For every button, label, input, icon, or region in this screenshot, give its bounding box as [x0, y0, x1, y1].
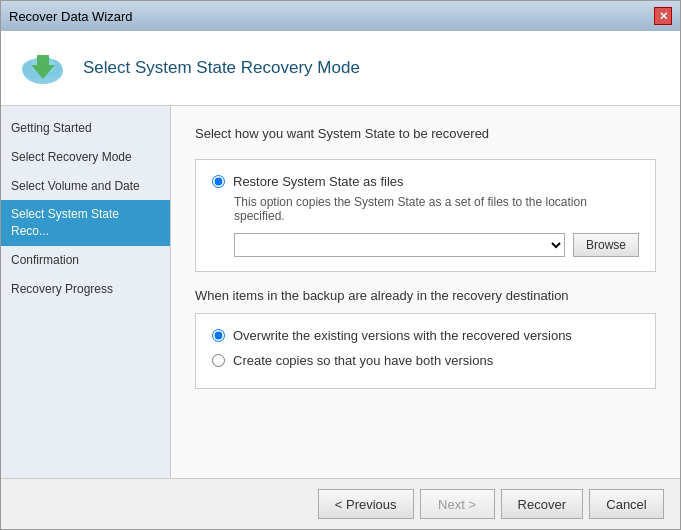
sidebar-item-select-system-state[interactable]: Select System State Reco... — [1, 200, 170, 246]
conflict-options-group: Overwrite the existing versions with the… — [195, 313, 656, 389]
title-bar: Recover Data Wizard ✕ — [1, 1, 680, 31]
page-title: Select System State Recovery Mode — [83, 58, 360, 78]
previous-button[interactable]: < Previous — [318, 489, 414, 519]
header-icon — [17, 45, 69, 91]
sidebar: Getting Started Select Recovery Mode Sel… — [1, 106, 171, 478]
cancel-button[interactable]: Cancel — [589, 489, 664, 519]
footer: < Previous Next > Recover Cancel — [1, 478, 680, 529]
close-button[interactable]: ✕ — [654, 7, 672, 25]
copy-radio-label[interactable]: Create copies so that you have both vers… — [212, 353, 639, 368]
overwrite-radio[interactable] — [212, 329, 225, 342]
restore-files-group: Restore System State as files This optio… — [195, 159, 656, 272]
overwrite-label: Overwrite the existing versions with the… — [233, 328, 572, 343]
recover-button[interactable]: Recover — [501, 489, 583, 519]
next-button[interactable]: Next > — [420, 489, 495, 519]
content-description: Select how you want System State to be r… — [195, 126, 656, 141]
browse-button[interactable]: Browse — [573, 233, 639, 257]
sidebar-item-getting-started[interactable]: Getting Started — [1, 114, 170, 143]
restore-files-label: Restore System State as files — [233, 174, 404, 189]
copy-label: Create copies so that you have both vers… — [233, 353, 493, 368]
sidebar-item-recovery-progress[interactable]: Recovery Progress — [1, 275, 170, 304]
main-window: Recover Data Wizard ✕ Select System Stat… — [0, 0, 681, 530]
copy-radio[interactable] — [212, 354, 225, 367]
restore-files-radio-label[interactable]: Restore System State as files — [212, 174, 639, 189]
sidebar-item-select-volume-date[interactable]: Select Volume and Date — [1, 172, 170, 201]
content-area: Select how you want System State to be r… — [171, 106, 680, 478]
window-title: Recover Data Wizard — [9, 9, 133, 24]
browse-row: Browse — [234, 233, 639, 257]
restore-files-radio[interactable] — [212, 175, 225, 188]
restore-files-description: This option copies the System State as a… — [234, 195, 639, 223]
main-content: Getting Started Select Recovery Mode Sel… — [1, 106, 680, 478]
header: Select System State Recovery Mode — [1, 31, 680, 106]
overwrite-radio-label[interactable]: Overwrite the existing versions with the… — [212, 328, 639, 343]
conflict-label: When items in the backup are already in … — [195, 288, 656, 303]
sidebar-item-confirmation[interactable]: Confirmation — [1, 246, 170, 275]
sidebar-item-select-recovery-mode[interactable]: Select Recovery Mode — [1, 143, 170, 172]
path-select[interactable] — [234, 233, 565, 257]
